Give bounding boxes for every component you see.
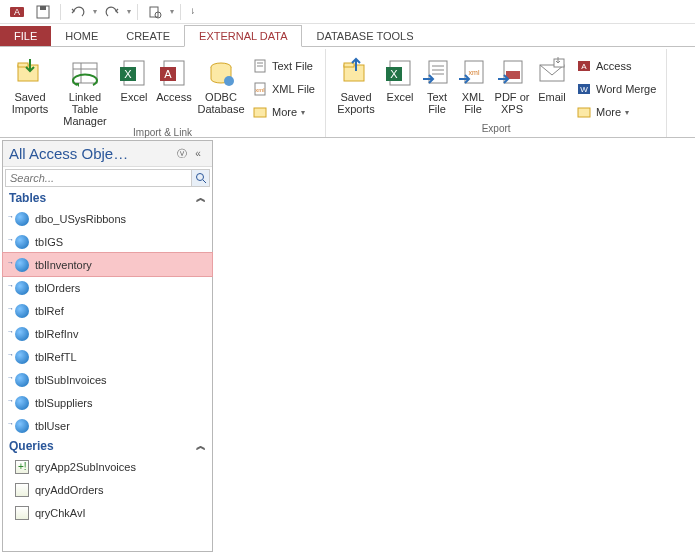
query-item[interactable]: qryAddOrders: [3, 478, 212, 501]
svg-text:xml: xml: [255, 87, 264, 93]
group-export: Saved Exports X Excel Text File xml XML …: [326, 49, 667, 137]
table-item[interactable]: →tblRef: [3, 299, 212, 322]
query-item[interactable]: qryChkAvI: [3, 501, 212, 524]
saved-exports-button[interactable]: Saved Exports: [332, 51, 380, 115]
import-access-label: Access: [156, 91, 191, 103]
export-pdf-xps-label: PDF or XPS: [492, 91, 532, 115]
svg-rect-7: [18, 63, 28, 67]
table-item-selected[interactable]: →tblInventory: [3, 253, 212, 276]
table-item[interactable]: →dbo_USysRibbons: [3, 207, 212, 230]
export-xml-file-label: XML File: [456, 91, 490, 115]
linked-table-icon: [15, 350, 29, 364]
table-item[interactable]: →tblRefInv: [3, 322, 212, 345]
import-text-file-button[interactable]: Text File: [248, 55, 319, 77]
export-xml-file-button[interactable]: xml XML File: [456, 51, 490, 115]
nav-pane-menu-icon[interactable]: ⓥ: [174, 147, 190, 161]
linked-table-manager-button[interactable]: Linked Table Manager: [56, 51, 114, 127]
saved-imports-button[interactable]: Saved Imports: [6, 51, 54, 115]
nav-category-tables[interactable]: Tables︽: [3, 189, 212, 207]
export-email-button[interactable]: Email: [534, 51, 570, 103]
table-item[interactable]: →tblRefTL: [3, 345, 212, 368]
import-excel-label: Excel: [121, 91, 148, 103]
import-odbc-button[interactable]: ODBC Database: [196, 51, 246, 115]
import-xml-file-button[interactable]: xml XML File: [248, 78, 319, 100]
import-more-button[interactable]: More ▾: [248, 101, 319, 123]
svg-text:xml: xml: [469, 69, 480, 76]
collapse-icon: ︽: [196, 439, 206, 453]
save-button[interactable]: [32, 1, 54, 23]
nav-category-queries[interactable]: Queries︽: [3, 437, 212, 455]
nav-pane-title: All Access Obje…: [9, 145, 174, 162]
tab-database-tools[interactable]: DATABASE TOOLS: [302, 26, 427, 46]
svg-rect-45: [578, 108, 590, 117]
print-preview-button[interactable]: [144, 1, 166, 23]
svg-point-46: [196, 174, 203, 181]
group-export-label: Export: [482, 123, 511, 137]
tab-home[interactable]: HOME: [51, 26, 112, 46]
export-excel-label: Excel: [387, 91, 414, 103]
table-item[interactable]: →tblOrders: [3, 276, 212, 299]
svg-text:W: W: [580, 85, 588, 94]
svg-rect-40: [554, 59, 564, 67]
import-excel-button[interactable]: X Excel: [116, 51, 152, 103]
query-icon: [15, 506, 29, 520]
export-more-button[interactable]: More ▾: [572, 101, 660, 123]
query-item[interactable]: +!qryApp2SubInvoices: [3, 455, 212, 478]
query-icon: [15, 483, 29, 497]
nav-search-row: [5, 169, 210, 187]
svg-text:X: X: [390, 68, 398, 80]
export-text-file-button[interactable]: Text File: [420, 51, 454, 115]
linked-table-icon: [15, 327, 29, 341]
export-text-file-label: Text File: [420, 91, 454, 115]
export-pdf-xps-button[interactable]: PDF or XPS: [492, 51, 532, 115]
svg-point-19: [224, 76, 234, 86]
export-email-label: Email: [538, 91, 566, 103]
redo-dropdown[interactable]: ▾: [127, 7, 131, 16]
group-import-link: Saved Imports Linked Table Manager X Exc…: [0, 49, 326, 137]
table-item[interactable]: →tblUser: [3, 414, 212, 437]
linked-table-icon: [15, 396, 29, 410]
group-import-link-label: Import & Link: [133, 127, 192, 139]
table-item[interactable]: →tblSuppliers: [3, 391, 212, 414]
table-item[interactable]: →tblSubInvoices: [3, 368, 212, 391]
linked-table-icon: [15, 373, 29, 387]
svg-rect-25: [254, 108, 266, 117]
append-query-icon: +!: [15, 460, 29, 474]
app-icon: A: [6, 1, 28, 23]
linked-table-icon: [15, 235, 29, 249]
svg-line-47: [203, 180, 206, 183]
export-excel-button[interactable]: X Excel: [382, 51, 418, 103]
linked-table-manager-label: Linked Table Manager: [56, 91, 114, 127]
tab-file[interactable]: FILE: [0, 26, 51, 46]
ribbon: Saved Imports Linked Table Manager X Exc…: [0, 46, 695, 138]
table-item[interactable]: →tbIGS: [3, 230, 212, 253]
qat-customize[interactable]: ▾: [170, 7, 174, 16]
qat-overflow[interactable]: ⇂: [189, 7, 196, 16]
linked-table-icon: [15, 258, 29, 272]
export-word-merge-button[interactable]: W Word Merge: [572, 78, 660, 100]
saved-imports-label: Saved Imports: [6, 91, 54, 115]
tab-external-data[interactable]: EXTERNAL DATA: [184, 25, 302, 47]
quick-access-toolbar: A ▾ ▾ ▾ ⇂: [0, 0, 695, 24]
undo-dropdown[interactable]: ▾: [93, 7, 97, 16]
svg-rect-3: [40, 6, 46, 10]
linked-table-icon: [15, 281, 29, 295]
nav-search-input[interactable]: [6, 170, 191, 186]
nav-pane-collapse-icon[interactable]: «: [190, 148, 206, 159]
ribbon-tabstrip: FILE HOME CREATE EXTERNAL DATA DATABASE …: [0, 24, 695, 46]
undo-button[interactable]: [67, 1, 89, 23]
nav-pane-header[interactable]: All Access Obje… ⓥ «: [3, 141, 212, 167]
tab-create[interactable]: CREATE: [112, 26, 184, 46]
redo-button[interactable]: [101, 1, 123, 23]
svg-rect-8: [73, 63, 97, 83]
import-access-button[interactable]: A Access: [154, 51, 194, 103]
svg-text:A: A: [581, 62, 587, 71]
saved-exports-label: Saved Exports: [332, 91, 380, 115]
svg-text:A: A: [164, 68, 172, 80]
linked-table-icon: [15, 304, 29, 318]
import-odbc-label: ODBC Database: [196, 91, 246, 115]
export-access-button[interactable]: A Access: [572, 55, 660, 77]
nav-search-button[interactable]: [191, 170, 209, 186]
main-area: All Access Obje… ⓥ « Tables︽ →dbo_USysRi…: [0, 138, 695, 552]
svg-rect-27: [344, 63, 354, 67]
